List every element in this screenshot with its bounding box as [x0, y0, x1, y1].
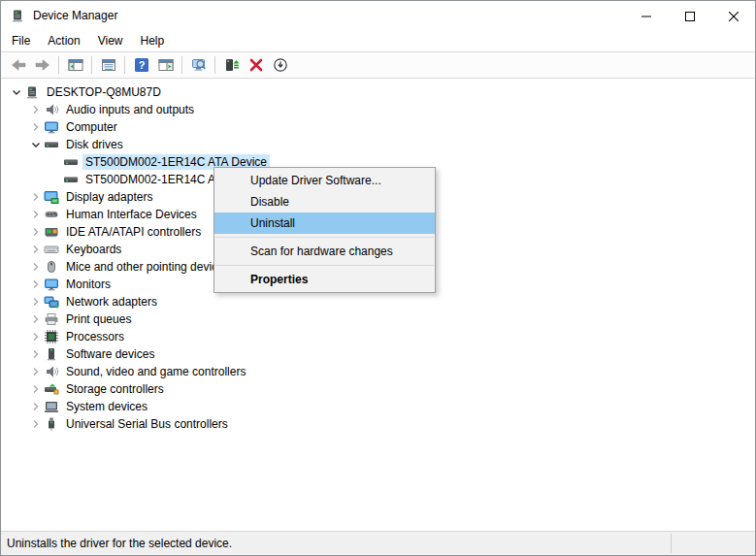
forward-arrow-icon: [35, 57, 50, 73]
maximize-button[interactable]: [668, 1, 711, 30]
context-menu-item-update-driver-software[interactable]: Update Driver Software...: [214, 170, 435, 191]
close-button[interactable]: [711, 1, 755, 30]
chevron-collapsed-icon[interactable]: [28, 102, 44, 117]
device-tree: DESKTOP-Q8MU87DAudio inputs and outputsC…: [1, 79, 755, 530]
chevron-collapsed-icon[interactable]: [28, 242, 44, 257]
software-device-icon: [44, 346, 59, 362]
toolbar-separator: [124, 56, 125, 74]
tree-item-label: Monitors: [63, 277, 114, 292]
chevron-collapsed-icon[interactable]: [28, 311, 44, 327]
tree-item-universal-serial-bus-controllers[interactable]: Universal Serial Bus controllers: [1, 415, 755, 433]
tree-item-label: Software devices: [63, 346, 157, 362]
tree-item-label: DESKTOP-Q8MU87D: [44, 84, 164, 100]
hdd-icon: [44, 137, 59, 152]
context-menu-item-properties[interactable]: Properties: [214, 269, 435, 290]
help-button[interactable]: ?: [130, 54, 152, 77]
menu-help[interactable]: Help: [132, 31, 174, 50]
context-menu-item-scan-for-hardware-changes[interactable]: Scan for hardware changes: [214, 241, 435, 262]
tree-item-desktop-q8mu87d[interactable]: DESKTOP-Q8MU87D: [1, 83, 755, 101]
device-manager-window: Device Manager FileActionViewHelp ? DESK…: [0, 0, 756, 556]
close-icon: [729, 11, 739, 20]
toolbar-separator: [181, 56, 182, 74]
uninstall-x-icon: [248, 57, 264, 73]
show-console-tree-button[interactable]: [64, 54, 86, 77]
context-menu-item-disable[interactable]: Disable: [214, 191, 435, 213]
menu-file[interactable]: File: [3, 31, 39, 50]
hdd-icon: [63, 172, 79, 187]
tree-item-label: IDE ATA/ATAPI controllers: [63, 224, 204, 240]
tree-item-computer[interactable]: Computer: [1, 118, 755, 136]
help-icon: ?: [134, 57, 149, 73]
minimize-button[interactable]: [624, 1, 668, 30]
chevron-collapsed-icon[interactable]: [28, 381, 44, 397]
tree-item-label: Display adapters: [63, 189, 155, 205]
chevron-collapsed-icon[interactable]: [28, 207, 44, 222]
speaker-icon: [44, 102, 59, 117]
action-pane-button[interactable]: [154, 54, 177, 77]
chevron-collapsed-icon[interactable]: [28, 189, 44, 205]
toolbar-separator: [58, 56, 59, 74]
menu-action[interactable]: Action: [39, 31, 88, 50]
context-menu: Update Driver Software...DisableUninstal…: [214, 167, 436, 293]
tree-item-label: Human Interface Devices: [63, 207, 200, 222]
network-icon: [44, 294, 59, 310]
statusbar: Uninstalls the driver for the selected d…: [1, 531, 755, 555]
menubar: FileActionViewHelp: [1, 30, 755, 51]
tree-item-network-adapters[interactable]: Network adapters: [1, 293, 755, 311]
uninstall-button[interactable]: [245, 54, 267, 77]
tree-item-storage-controllers[interactable]: Storage controllers: [1, 380, 755, 398]
tree-item-label: Sound, video and game controllers: [63, 364, 248, 379]
titlebar: Device Manager: [1, 1, 755, 30]
chevron-collapsed-icon[interactable]: [28, 259, 44, 275]
tree-item-processors[interactable]: Processors: [1, 328, 755, 345]
maximize-icon: [685, 11, 695, 20]
tree-item-print-queues[interactable]: Print queues: [1, 311, 755, 328]
chevron-expanded-icon[interactable]: [9, 84, 24, 100]
monitor-icon: [44, 277, 59, 292]
back-button[interactable]: [7, 54, 29, 77]
tree-item-audio-inputs-and-outputs[interactable]: Audio inputs and outputs: [1, 101, 755, 118]
properties-button[interactable]: [97, 54, 119, 77]
chevron-collapsed-icon[interactable]: [28, 364, 44, 379]
window-title: Device Manager: [33, 9, 117, 22]
chevron-collapsed-icon[interactable]: [28, 224, 44, 240]
chevron-collapsed-icon[interactable]: [28, 119, 44, 135]
chevron-collapsed-icon[interactable]: [28, 329, 44, 344]
tree-item-label: Disk drives: [63, 137, 126, 152]
chevron-collapsed-icon[interactable]: [28, 416, 44, 432]
chevron-collapsed-icon[interactable]: [28, 277, 44, 292]
printer-icon: [44, 311, 59, 327]
chevron-collapsed-icon[interactable]: [28, 294, 44, 310]
chevron-expanded-icon[interactable]: [28, 137, 44, 152]
status-text: Uninstalls the driver for the selected d…: [7, 537, 232, 550]
minimize-icon: [641, 11, 651, 20]
system-device-icon: [44, 399, 59, 414]
context-menu-separator: [215, 237, 434, 238]
disable-button[interactable]: [269, 54, 291, 77]
keyboard-icon: [44, 242, 59, 257]
chevron-spacer: [48, 154, 63, 170]
mouse-icon: [44, 259, 59, 275]
statusbar-divider: [671, 534, 672, 553]
tree-item-label: Print queues: [63, 311, 134, 327]
computer-icon: [24, 84, 40, 100]
tree-item-system-devices[interactable]: System devices: [1, 398, 755, 415]
chevron-collapsed-icon[interactable]: [28, 399, 44, 414]
device-manager-icon: [10, 8, 25, 23]
tree-item-label: Computer: [63, 119, 120, 135]
speaker-icon: [44, 364, 59, 379]
window-controls: [624, 1, 755, 30]
tree-item-disk-drives[interactable]: Disk drives: [1, 136, 755, 153]
properties-window-icon: [101, 57, 116, 73]
menu-view[interactable]: View: [89, 31, 132, 50]
action-pane-icon: [158, 57, 174, 73]
chevron-collapsed-icon[interactable]: [28, 346, 44, 362]
scan-hardware-changes-button[interactable]: [187, 54, 210, 77]
tree-item-software-devices[interactable]: Software devices: [1, 345, 755, 363]
tree-item-sound-video-and-game-controllers[interactable]: Sound, video and game controllers: [1, 363, 755, 380]
toolbar-separator: [91, 56, 92, 74]
context-menu-item-uninstall[interactable]: Uninstall: [214, 213, 435, 234]
update-driver-button[interactable]: [220, 54, 243, 77]
forward-button[interactable]: [31, 54, 53, 77]
tree-item-label: Network adapters: [63, 294, 160, 310]
